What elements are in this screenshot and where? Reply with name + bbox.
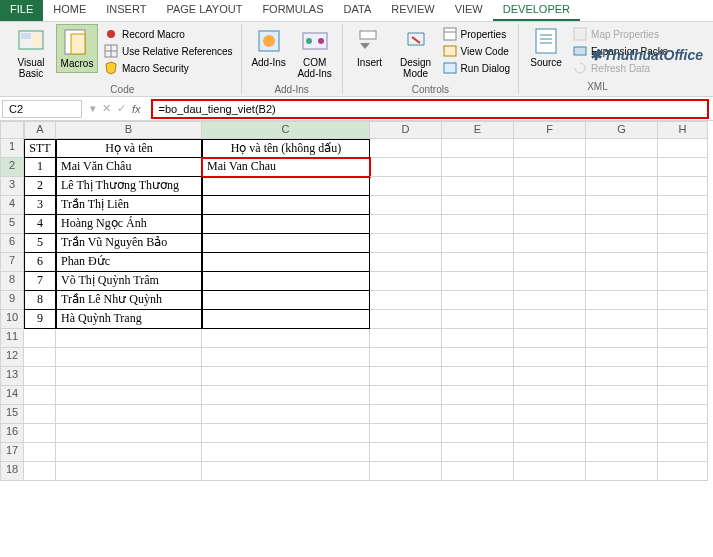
row-header[interactable]: 16 <box>0 424 24 443</box>
cell[interactable]: Trần Vũ Nguyên Bảo <box>56 234 202 253</box>
cell[interactable] <box>24 386 56 405</box>
cell[interactable] <box>658 234 708 253</box>
cell[interactable] <box>370 462 442 481</box>
row-header[interactable]: 12 <box>0 348 24 367</box>
cell[interactable] <box>202 348 370 367</box>
cell[interactable]: 7 <box>24 272 56 291</box>
cell[interactable] <box>514 177 586 196</box>
row-header[interactable]: 11 <box>0 329 24 348</box>
cell[interactable] <box>442 139 514 158</box>
cell[interactable]: Mai Văn Châu <box>56 158 202 177</box>
row-header[interactable]: 18 <box>0 462 24 481</box>
run-dialog-button[interactable]: Run Dialog <box>441 60 512 76</box>
col-header-G[interactable]: G <box>586 121 658 139</box>
cell[interactable] <box>56 329 202 348</box>
col-header-C[interactable]: C <box>202 121 370 139</box>
row-header[interactable]: 14 <box>0 386 24 405</box>
cell[interactable] <box>202 462 370 481</box>
row-header[interactable]: 1 <box>0 139 24 158</box>
addins-button[interactable]: Add-Ins <box>248 24 290 71</box>
cell[interactable] <box>442 348 514 367</box>
cell[interactable] <box>514 158 586 177</box>
cell[interactable] <box>24 424 56 443</box>
cell[interactable] <box>370 329 442 348</box>
cell[interactable] <box>658 405 708 424</box>
cell[interactable] <box>56 462 202 481</box>
cell[interactable]: Hoàng Ngọc Ánh <box>56 215 202 234</box>
cell[interactable] <box>56 386 202 405</box>
record-macro-button[interactable]: Record Macro <box>102 26 235 42</box>
cell[interactable] <box>442 424 514 443</box>
tab-home[interactable]: HOME <box>43 0 96 21</box>
cell[interactable] <box>370 348 442 367</box>
cell[interactable] <box>370 310 442 329</box>
cell[interactable]: 3 <box>24 196 56 215</box>
cell[interactable] <box>586 158 658 177</box>
row-header[interactable]: 10 <box>0 310 24 329</box>
cell[interactable] <box>202 424 370 443</box>
cell[interactable] <box>56 443 202 462</box>
cell[interactable] <box>370 139 442 158</box>
row-header[interactable]: 3 <box>0 177 24 196</box>
macros-button[interactable]: Macros <box>56 24 98 73</box>
cell[interactable] <box>442 196 514 215</box>
cell[interactable] <box>514 405 586 424</box>
cell[interactable] <box>586 291 658 310</box>
cell[interactable] <box>514 367 586 386</box>
cell[interactable] <box>658 310 708 329</box>
cell[interactable]: 9 <box>24 310 56 329</box>
insert-control-button[interactable]: Insert <box>349 24 391 71</box>
cell[interactable] <box>658 215 708 234</box>
cell[interactable] <box>370 177 442 196</box>
cell[interactable] <box>24 405 56 424</box>
row-header[interactable]: 15 <box>0 405 24 424</box>
cell[interactable] <box>202 443 370 462</box>
cell[interactable]: Phan Đức <box>56 253 202 272</box>
cell[interactable] <box>202 310 370 329</box>
cell[interactable] <box>442 272 514 291</box>
row-header[interactable]: 8 <box>0 272 24 291</box>
cell[interactable] <box>370 272 442 291</box>
cell[interactable]: 4 <box>24 215 56 234</box>
cell[interactable] <box>24 329 56 348</box>
cell[interactable] <box>442 405 514 424</box>
cell[interactable] <box>442 443 514 462</box>
cell[interactable] <box>370 443 442 462</box>
cell[interactable] <box>514 348 586 367</box>
cell[interactable] <box>370 367 442 386</box>
row-header[interactable]: 13 <box>0 367 24 386</box>
cell[interactable] <box>586 234 658 253</box>
cell[interactable] <box>442 462 514 481</box>
cell[interactable] <box>658 386 708 405</box>
cell[interactable] <box>514 234 586 253</box>
cell[interactable] <box>442 291 514 310</box>
cell[interactable] <box>514 462 586 481</box>
cell[interactable]: 1 <box>24 158 56 177</box>
cell[interactable] <box>442 367 514 386</box>
cell[interactable] <box>658 424 708 443</box>
cell[interactable]: Hà Quỳnh Trang <box>56 310 202 329</box>
cell[interactable] <box>24 367 56 386</box>
cell[interactable] <box>442 234 514 253</box>
cell[interactable]: 5 <box>24 234 56 253</box>
confirm-icon[interactable]: ✓ <box>117 102 126 115</box>
cell[interactable] <box>370 405 442 424</box>
tab-developer[interactable]: DEVELOPER <box>493 0 580 21</box>
cell[interactable] <box>586 424 658 443</box>
cell[interactable] <box>370 196 442 215</box>
cell[interactable] <box>514 310 586 329</box>
cell[interactable]: 8 <box>24 291 56 310</box>
cell[interactable] <box>56 424 202 443</box>
formula-bar[interactable] <box>151 99 709 119</box>
row-header[interactable]: 6 <box>0 234 24 253</box>
name-box[interactable] <box>2 100 82 118</box>
source-button[interactable]: Source <box>525 24 567 71</box>
cell[interactable] <box>658 329 708 348</box>
tab-data[interactable]: DATA <box>334 0 382 21</box>
cell[interactable] <box>658 158 708 177</box>
tab-view[interactable]: VIEW <box>445 0 493 21</box>
properties-button[interactable]: Properties <box>441 26 512 42</box>
spreadsheet-grid[interactable]: ABCDEFGH 1STTHọ và tênHọ và tên (không d… <box>0 121 713 481</box>
cell[interactable]: 6 <box>24 253 56 272</box>
cell[interactable] <box>514 386 586 405</box>
